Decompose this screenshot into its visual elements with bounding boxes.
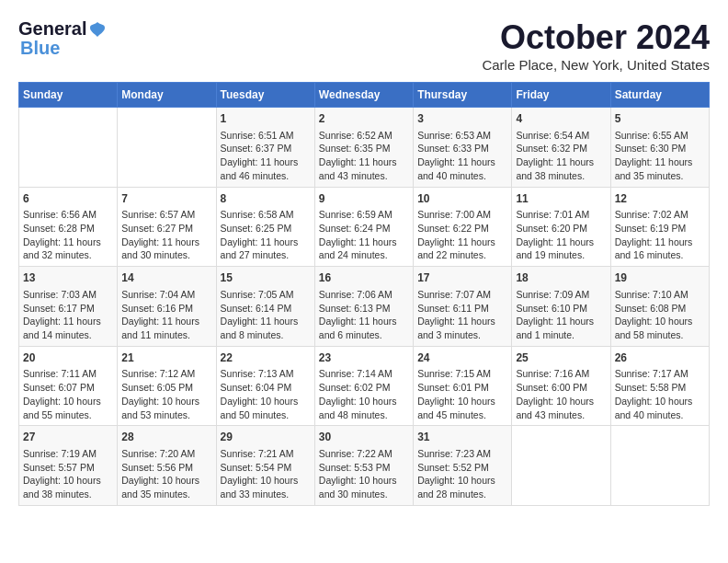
- calendar-cell: 26Sunrise: 7:17 AMSunset: 5:58 PMDayligh…: [610, 346, 709, 426]
- day-info: Daylight: 10 hours and 40 minutes.: [615, 395, 705, 421]
- day-info: Daylight: 10 hours and 50 minutes.: [221, 395, 311, 421]
- day-info: Sunrise: 7:19 AM: [23, 447, 113, 461]
- day-number: 15: [221, 270, 311, 286]
- day-number: 16: [319, 270, 409, 286]
- day-number: 1: [221, 111, 311, 127]
- day-info: Sunset: 6:00 PM: [516, 381, 606, 395]
- day-info: Sunset: 6:37 PM: [221, 142, 311, 155]
- day-number: 17: [417, 270, 507, 286]
- day-number: 14: [121, 270, 211, 286]
- day-info: Sunset: 6:24 PM: [319, 222, 409, 236]
- day-info: Sunset: 6:19 PM: [615, 222, 705, 236]
- calendar-cell: 25Sunrise: 7:16 AMSunset: 6:00 PMDayligh…: [512, 346, 610, 426]
- day-info: Sunrise: 7:07 AM: [417, 288, 507, 302]
- calendar-cell: 3Sunrise: 6:53 AMSunset: 6:33 PMDaylight…: [414, 108, 512, 188]
- day-info: Sunset: 6:01 PM: [417, 381, 507, 395]
- day-info: Sunset: 6:02 PM: [319, 381, 409, 395]
- logo-general-text: General: [18, 18, 86, 40]
- day-info: Sunrise: 6:59 AM: [319, 208, 409, 222]
- day-number: 10: [417, 191, 507, 207]
- day-number: 29: [221, 430, 311, 445]
- day-number: 9: [319, 191, 409, 207]
- day-info: Sunrise: 6:54 AM: [516, 129, 606, 143]
- header-sunday: Sunday: [19, 83, 118, 108]
- week-row-4: 20Sunrise: 7:11 AMSunset: 6:07 PMDayligh…: [19, 346, 710, 426]
- day-info: Sunset: 6:04 PM: [221, 381, 311, 395]
- calendar-cell: [118, 108, 216, 188]
- day-info: Sunset: 6:35 PM: [319, 142, 409, 155]
- day-info: Sunrise: 6:51 AM: [221, 129, 311, 143]
- day-number: 3: [417, 111, 507, 127]
- day-info: Daylight: 11 hours and 8 minutes.: [221, 315, 311, 341]
- logo-bird-icon: [87, 19, 108, 40]
- day-info: Daylight: 11 hours and 24 minutes.: [319, 236, 409, 262]
- calendar-cell: 10Sunrise: 7:00 AMSunset: 6:22 PMDayligh…: [414, 187, 512, 267]
- day-info: Sunrise: 6:53 AM: [417, 129, 507, 143]
- day-info: Daylight: 11 hours and 40 minutes.: [417, 155, 507, 182]
- day-number: 4: [516, 111, 606, 127]
- day-info: Daylight: 10 hours and 33 minutes.: [221, 474, 311, 500]
- calendar-cell: 24Sunrise: 7:15 AMSunset: 6:01 PMDayligh…: [414, 346, 512, 426]
- calendar-cell: [610, 426, 709, 506]
- header-monday: Monday: [118, 83, 216, 108]
- day-info: Sunset: 6:10 PM: [516, 302, 606, 316]
- day-info: Sunrise: 7:13 AM: [221, 367, 311, 381]
- day-info: Daylight: 10 hours and 38 minutes.: [23, 474, 113, 500]
- header-tuesday: Tuesday: [216, 83, 314, 108]
- day-info: Sunrise: 7:16 AM: [516, 367, 606, 381]
- day-info: Sunset: 5:52 PM: [417, 461, 507, 475]
- calendar-table: SundayMondayTuesdayWednesdayThursdayFrid…: [18, 82, 710, 506]
- day-info: Daylight: 11 hours and 22 minutes.: [417, 236, 507, 262]
- day-info: Daylight: 10 hours and 35 minutes.: [121, 474, 211, 500]
- day-info: Sunrise: 7:22 AM: [319, 447, 409, 461]
- day-info: Sunset: 5:53 PM: [319, 461, 409, 475]
- day-info: Daylight: 11 hours and 32 minutes.: [23, 236, 113, 262]
- calendar-cell: [512, 426, 610, 506]
- calendar-cell: 14Sunrise: 7:04 AMSunset: 6:16 PMDayligh…: [118, 267, 216, 347]
- calendar-cell: 18Sunrise: 7:09 AMSunset: 6:10 PMDayligh…: [512, 267, 610, 347]
- day-info: Sunset: 6:14 PM: [221, 302, 311, 316]
- day-number: 21: [121, 350, 211, 366]
- day-info: Sunrise: 6:52 AM: [319, 129, 409, 143]
- header-thursday: Thursday: [414, 83, 512, 108]
- day-info: Sunset: 6:32 PM: [516, 142, 606, 155]
- day-info: Sunrise: 7:20 AM: [121, 447, 211, 461]
- day-info: Sunset: 6:11 PM: [417, 302, 507, 316]
- day-info: Daylight: 10 hours and 28 minutes.: [417, 474, 507, 500]
- day-number: 7: [121, 191, 211, 207]
- calendar-cell: 22Sunrise: 7:13 AMSunset: 6:04 PMDayligh…: [216, 346, 314, 426]
- day-info: Sunrise: 6:58 AM: [221, 208, 311, 222]
- day-number: 12: [615, 191, 705, 207]
- logo: General Blue: [18, 18, 108, 56]
- calendar-cell: 15Sunrise: 7:05 AMSunset: 6:14 PMDayligh…: [216, 267, 314, 347]
- calendar-header: SundayMondayTuesdayWednesdayThursdayFrid…: [19, 83, 710, 108]
- header-wednesday: Wednesday: [314, 83, 413, 108]
- day-number: 13: [23, 270, 113, 286]
- day-info: Sunset: 5:56 PM: [121, 461, 211, 475]
- day-number: 20: [23, 350, 113, 366]
- day-info: Sunset: 6:25 PM: [221, 222, 311, 236]
- week-row-1: 1Sunrise: 6:51 AMSunset: 6:37 PMDaylight…: [19, 108, 710, 188]
- calendar-cell: 21Sunrise: 7:12 AMSunset: 6:05 PMDayligh…: [118, 346, 216, 426]
- week-row-3: 13Sunrise: 7:03 AMSunset: 6:17 PMDayligh…: [19, 267, 710, 347]
- day-info: Sunset: 6:08 PM: [615, 302, 705, 316]
- day-info: Sunrise: 7:01 AM: [516, 208, 606, 222]
- day-info: Daylight: 10 hours and 53 minutes.: [121, 395, 211, 421]
- title-block: October 2024 Carle Place, New York, Unit…: [482, 18, 710, 73]
- day-info: Daylight: 10 hours and 30 minutes.: [319, 474, 409, 500]
- day-info: Sunrise: 7:00 AM: [417, 208, 507, 222]
- day-info: Sunset: 6:07 PM: [23, 381, 113, 395]
- day-number: 22: [221, 350, 311, 366]
- day-number: 26: [615, 350, 705, 366]
- calendar-cell: 2Sunrise: 6:52 AMSunset: 6:35 PMDaylight…: [314, 108, 413, 188]
- day-number: 24: [417, 350, 507, 366]
- day-info: Daylight: 11 hours and 27 minutes.: [221, 236, 311, 262]
- header-saturday: Saturday: [610, 83, 709, 108]
- calendar-cell: 1Sunrise: 6:51 AMSunset: 6:37 PMDaylight…: [216, 108, 314, 188]
- day-info: Sunset: 5:58 PM: [615, 381, 705, 395]
- day-info: Sunset: 6:16 PM: [121, 302, 211, 316]
- page-header: General Blue October 2024 Carle Place, N…: [18, 18, 710, 73]
- day-info: Daylight: 10 hours and 55 minutes.: [23, 395, 113, 421]
- day-info: Daylight: 11 hours and 30 minutes.: [121, 236, 211, 262]
- day-number: 11: [516, 191, 606, 207]
